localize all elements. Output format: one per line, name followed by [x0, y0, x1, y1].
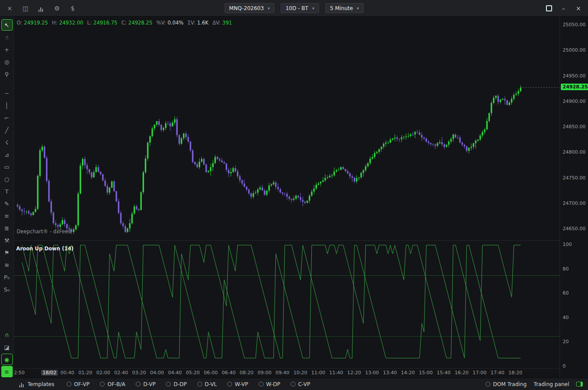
window-restore-icon[interactable] — [546, 5, 552, 11]
price-pane[interactable]: O:24919.25H:24932.00L:24916.75C:24928.25… — [14, 17, 560, 241]
preset-d-vl[interactable]: D-VL — [197, 381, 217, 387]
position-short-tool[interactable]: S₀ — [1, 284, 13, 295]
candlestick-chart[interactable] — [14, 17, 560, 240]
hand-tool[interactable]: ☝ — [1, 32, 13, 43]
preset-d-dp[interactable]: D-DP — [166, 381, 187, 387]
radio-icon[interactable] — [227, 382, 232, 386]
text-tool[interactable]: T — [1, 186, 13, 197]
ellipse-tool[interactable]: ○ — [1, 173, 13, 185]
preset-of-vp[interactable]: OF-VP — [67, 381, 89, 387]
target-tool[interactable]: ◎ — [1, 56, 13, 67]
radio-icon[interactable] — [291, 382, 296, 386]
trend-line-tool[interactable]: ╱ — [1, 124, 13, 136]
preset-w-vp[interactable]: W-VP — [227, 381, 248, 387]
price-axis[interactable]: 24928.25 25050.0025000.0024950.0024900.0… — [560, 17, 588, 378]
ohlc-label: ΣV: — [187, 20, 195, 26]
settings-gear-icon[interactable]: ⚙ — [53, 5, 60, 12]
price-axis-label: 24700.00 — [563, 200, 586, 206]
radio-icon[interactable] — [136, 382, 141, 386]
chart-panes: O:24919.25H:24932.00L:24916.75C:24928.25… — [14, 17, 560, 378]
pencil-tool[interactable]: ✎ — [1, 198, 13, 209]
preset-c-vp[interactable]: C-VP — [291, 381, 310, 387]
time-axis-label: 2:50 — [14, 370, 25, 376]
trading-panel-icon[interactable] — [576, 382, 583, 386]
bar-chart-icon[interactable] — [38, 5, 45, 12]
timeframe-select[interactable]: 5 Minute ▾ — [325, 3, 364, 13]
templates-button[interactable]: Templates — [19, 381, 54, 387]
time-axis-label: 17:00 — [472, 370, 486, 376]
aroon-chart[interactable] — [14, 241, 560, 368]
radio-icon[interactable] — [67, 382, 71, 386]
templates-icon — [19, 381, 25, 387]
zoom-tool[interactable]: ⚲ — [1, 68, 13, 80]
price-axis-label: 24900.00 — [563, 98, 586, 104]
symbol-select[interactable]: MNQ-202603 ▾ — [224, 3, 275, 13]
time-axis-label: 18:20 — [508, 370, 522, 376]
ruler-tool[interactable]: ⊿ — [1, 149, 13, 160]
window-minimize-icon[interactable]: – — [560, 5, 567, 12]
vertical-line-tool[interactable]: │ — [1, 100, 13, 111]
magnet-tool[interactable]: ∩ — [1, 329, 13, 341]
radio-icon[interactable] — [166, 382, 171, 386]
chart-region: O:24919.25H:24932.00L:24916.75C:24928.25… — [14, 17, 588, 378]
radio-icon[interactable] — [197, 382, 202, 386]
eraser-tool[interactable]: ◪ — [1, 341, 13, 353]
indicator-axis-label: 80 — [563, 266, 569, 272]
horizontal-line-tool[interactable]: ─ — [1, 88, 13, 99]
close-icon[interactable]: × — [6, 5, 13, 12]
price-axis-label: 24650.00 — [563, 226, 586, 232]
panel-settings-tool[interactable]: ≡ — [1, 366, 13, 377]
time-axis[interactable]: 2:5018/0200:4001:2002:0002:4003:2004:000… — [14, 369, 560, 378]
flag-tool[interactable]: ⚑ — [1, 247, 13, 258]
indicator-pane[interactable]: Aroon Up Down (14) — [14, 241, 560, 369]
chevron-down-icon: ▾ — [357, 6, 359, 11]
position-long-tool[interactable]: P₀ — [1, 271, 13, 283]
dollar-icon[interactable]: $ — [69, 5, 76, 12]
visibility-tool[interactable]: ◉ — [1, 354, 13, 365]
ohlc-value: 0.04% — [168, 20, 184, 26]
list-tool[interactable]: ≡ — [1, 210, 13, 221]
time-axis-label: 12:20 — [347, 370, 361, 376]
crosshair-tool[interactable]: + — [1, 44, 13, 55]
radio-icon[interactable] — [259, 382, 264, 386]
preset-label: C-VP — [298, 381, 310, 387]
left-toolbar: ↖☝+◎⚲─│⌐╱☇⊿▭○T✎≡≣⚒⚑≋P₀S₀∩◪◉≡ — [0, 17, 14, 378]
ray-tool[interactable]: ⌐ — [1, 112, 13, 123]
time-axis-label: 01:20 — [78, 370, 92, 376]
time-axis-label: 16:20 — [455, 370, 469, 376]
ohlc-value: 1.6K — [197, 20, 208, 26]
hammer-tool[interactable]: ⚒ — [1, 235, 13, 246]
dom-trading-toggle[interactable]: DOM Trading — [486, 381, 527, 387]
preset-d-vp[interactable]: D-VP — [136, 381, 155, 387]
polyline-tool[interactable]: ☇ — [1, 137, 13, 148]
main-area: ↖☝+◎⚲─│⌐╱☇⊿▭○T✎≡≣⚒⚑≋P₀S₀∩◪◉≡ O:24919.25H… — [0, 17, 588, 378]
preset-label: D-VP — [143, 381, 155, 387]
time-axis-label: 03:20 — [132, 370, 146, 376]
preset-label: W-VP — [235, 381, 248, 387]
preset-label: OF-VP — [74, 381, 89, 387]
window-close-icon[interactable]: × — [575, 5, 582, 12]
time-axis-label: 04:40 — [168, 370, 182, 376]
trading-panel-label: Trading panel — [534, 381, 569, 387]
list-dense-tool[interactable]: ≣ — [1, 222, 13, 234]
ohlc-value: 24932.00 — [59, 20, 83, 26]
trading-app: × ◫ ⚙ $ MNQ-202603 ▾ 10D - BT ▾ 5 Minute… — [0, 0, 588, 390]
ohlc-label: ΔV: — [212, 20, 221, 26]
radio-icon[interactable] — [486, 382, 490, 386]
ohlc-value: 24916.75 — [93, 20, 117, 26]
cursor-tool[interactable]: ↖ — [1, 19, 13, 31]
chevron-down-icon: ▾ — [268, 6, 270, 11]
preset-w-dp[interactable]: W-DP — [259, 381, 280, 387]
ohlc-label: %V: — [156, 20, 166, 26]
time-axis-label: 13:00 — [365, 370, 379, 376]
compare-columns-icon[interactable]: ◫ — [22, 5, 29, 12]
rectangle-tool[interactable]: ▭ — [1, 161, 13, 172]
chevron-down-icon: ▾ — [312, 6, 314, 11]
waves-tool[interactable]: ≋ — [1, 259, 13, 271]
range-select[interactable]: 10D - BT ▾ — [281, 3, 319, 13]
indicator-label[interactable]: Aroon Up Down (14) — [16, 246, 74, 252]
preset-of-b-a[interactable]: OF-B/A — [100, 381, 125, 387]
bottombar: Templates OF-VPOF-B/AD-VPD-DPD-VLW-VPW-D… — [0, 378, 588, 390]
preset-label: D-VL — [205, 381, 217, 387]
radio-icon[interactable] — [100, 382, 105, 386]
